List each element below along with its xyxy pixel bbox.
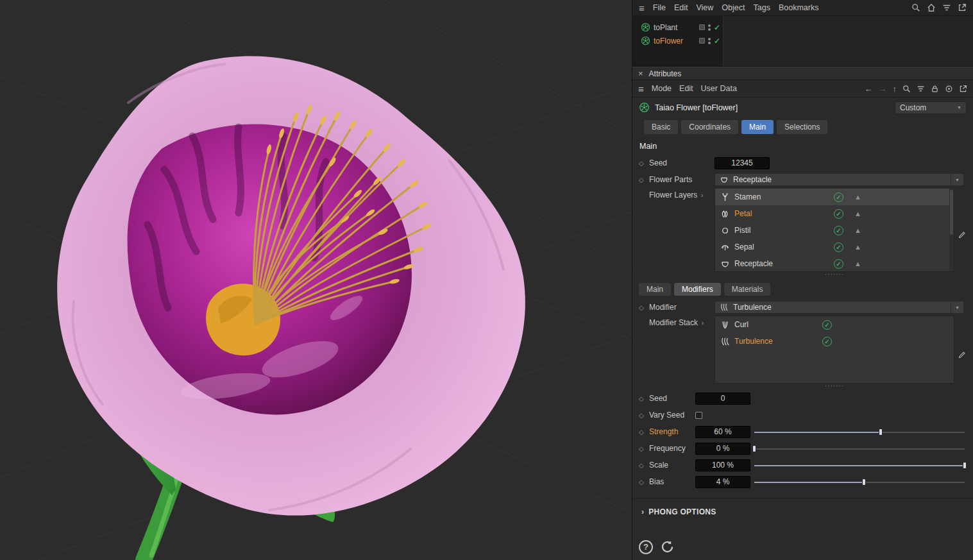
list-resize-handle[interactable]: ······· — [715, 384, 954, 390]
key-diamond-icon[interactable]: ◇ — [639, 395, 649, 402]
key-diamond-icon[interactable]: ◇ — [639, 428, 649, 436]
slider-handle[interactable] — [963, 462, 967, 469]
target-icon[interactable] — [945, 85, 953, 93]
layer-name[interactable]: Receptacle — [734, 259, 829, 268]
object-row-toflower[interactable]: toFlower ✓ — [632, 34, 723, 47]
stack-row-curl[interactable]: Curl ✓ — [715, 316, 954, 333]
layer-name[interactable]: Pistil — [734, 226, 829, 235]
tab-materials[interactable]: Materials — [724, 283, 771, 296]
menu-tags[interactable]: Tags — [753, 3, 770, 12]
state-triangle-icon[interactable]: ▲ — [854, 193, 861, 201]
flower-parts-dropdown[interactable]: Receptacle ▼ — [715, 173, 964, 186]
phong-options-group[interactable]: › PHONG OPTIONS — [632, 498, 973, 516]
state-triangle-icon[interactable]: ▲ — [854, 243, 861, 251]
frequency-slider[interactable] — [754, 445, 965, 453]
object-name[interactable]: toPlant — [654, 23, 696, 32]
history-forward-icon[interactable]: → — [879, 84, 887, 94]
mod-seed-input[interactable]: 0 — [695, 393, 750, 405]
menu-hamburger-icon[interactable]: ≡ — [639, 3, 645, 13]
enabled-check-icon[interactable]: ✓ — [834, 192, 843, 202]
layer-row-receptacle[interactable]: Receptacle ✓ ▲ — [715, 255, 954, 272]
external-window-icon[interactable] — [958, 3, 967, 12]
menu-edit[interactable]: Edit — [674, 3, 688, 12]
strength-input[interactable]: 60 % — [695, 426, 750, 438]
history-back-icon[interactable]: ← — [865, 84, 873, 94]
key-diamond-icon[interactable]: ◇ — [639, 176, 649, 183]
scale-slider[interactable] — [754, 461, 965, 470]
tab-coordinates[interactable]: Coordinates — [681, 120, 738, 134]
key-diamond-icon[interactable]: ◇ — [639, 304, 649, 311]
enabled-check-icon[interactable]: ✓ — [834, 226, 843, 235]
search-icon[interactable] — [911, 3, 920, 12]
tab-basic[interactable]: Basic — [644, 120, 678, 134]
layer-row-stamen[interactable]: Stamen ✓ ▲ — [715, 189, 954, 205]
menu-mode[interactable]: Mode — [652, 84, 672, 93]
state-triangle-icon[interactable]: ▲ — [854, 226, 861, 234]
lock-icon[interactable] — [931, 85, 939, 93]
object-name[interactable]: toFlower — [654, 37, 696, 46]
stack-item-name[interactable]: Curl — [734, 320, 818, 329]
object-row-toplant[interactable]: toPlant ✓ — [632, 21, 723, 34]
help-icon[interactable]: ? — [639, 540, 653, 554]
tab-main[interactable]: Main — [741, 120, 774, 134]
visibility-dots[interactable] — [708, 24, 711, 31]
slider-handle[interactable] — [879, 428, 883, 436]
layer-name[interactable]: Stamen — [734, 192, 829, 201]
parent-up-icon[interactable]: ↑ — [893, 84, 897, 94]
list-scrollbar[interactable] — [949, 189, 954, 271]
enabled-check-icon[interactable]: ✓ — [822, 320, 832, 330]
key-diamond-icon[interactable]: ◇ — [639, 479, 649, 486]
flower-layers-label[interactable]: Flower Layers › — [649, 191, 703, 199]
object-enabled-check-icon[interactable]: ✓ — [714, 23, 720, 32]
tab-main-sub[interactable]: Main — [639, 283, 671, 296]
flower-layers-list[interactable]: Stamen ✓ ▲ Petal ✓ ▲ Pistil ✓ ▲ — [715, 188, 954, 272]
layer-name[interactable]: Petal — [734, 209, 829, 218]
modifier-stack-label[interactable]: Modifier Stack › — [649, 318, 704, 327]
tab-selections[interactable]: Selections — [777, 120, 827, 134]
tab-modifiers[interactable]: Modifiers — [674, 283, 721, 296]
modifier-stack-list[interactable]: Curl ✓ Turbulence ✓ — [715, 316, 954, 384]
menu-user-data[interactable]: User Data — [701, 84, 737, 93]
key-diamond-icon[interactable]: ◇ — [639, 412, 649, 419]
vary-seed-checkbox[interactable] — [695, 412, 702, 419]
stack-row-turbulence[interactable]: Turbulence ✓ — [715, 333, 954, 350]
bias-slider[interactable] — [754, 478, 965, 486]
bias-input[interactable]: 4 % — [695, 476, 750, 488]
layer-chip[interactable] — [699, 24, 705, 30]
enabled-check-icon[interactable]: ✓ — [834, 259, 843, 269]
modifier-dropdown[interactable]: Turbulence ▼ — [715, 301, 964, 314]
enabled-check-icon[interactable]: ✓ — [822, 337, 832, 346]
frequency-input[interactable]: 0 % — [695, 443, 750, 455]
key-diamond-icon[interactable]: ◇ — [639, 445, 649, 452]
strength-slider[interactable] — [754, 428, 965, 436]
layer-row-pistil[interactable]: Pistil ✓ ▲ — [715, 222, 954, 239]
key-diamond-icon[interactable]: ◇ — [639, 462, 649, 469]
preset-dropdown[interactable]: Custom ▼ — [895, 101, 967, 114]
state-triangle-icon[interactable]: ▲ — [854, 210, 861, 217]
external-window-icon[interactable] — [959, 85, 967, 93]
menu-hamburger-icon[interactable]: ≡ — [638, 84, 644, 94]
list-resize-handle[interactable]: ······· — [715, 272, 954, 278]
menu-edit[interactable]: Edit — [679, 84, 693, 93]
seed-input[interactable]: 12345 — [715, 157, 770, 169]
visibility-dots[interactable] — [708, 38, 711, 44]
menu-view[interactable]: View — [696, 3, 713, 12]
object-enabled-check-icon[interactable]: ✓ — [714, 37, 720, 46]
layer-row-petal[interactable]: Petal ✓ ▲ — [715, 205, 954, 222]
close-icon[interactable]: × — [638, 69, 643, 78]
menu-object[interactable]: Object — [722, 3, 745, 12]
key-diamond-icon[interactable]: ◇ — [639, 160, 649, 167]
slider-handle[interactable] — [862, 479, 866, 486]
enabled-check-icon[interactable]: ✓ — [834, 242, 843, 252]
slider-handle[interactable] — [752, 445, 756, 452]
stack-item-name[interactable]: Turbulence — [734, 337, 818, 346]
menu-bookmarks[interactable]: Bookmarks — [779, 3, 819, 12]
filter-icon[interactable] — [942, 3, 951, 12]
refresh-icon[interactable] — [660, 539, 675, 554]
layer-chip[interactable] — [699, 38, 705, 44]
search-icon[interactable] — [902, 85, 911, 93]
layer-name[interactable]: Sepal — [734, 242, 829, 251]
filter-icon[interactable] — [917, 85, 925, 93]
3d-viewport[interactable] — [0, 0, 632, 560]
layer-row-sepal[interactable]: Sepal ✓ ▲ — [715, 239, 954, 255]
